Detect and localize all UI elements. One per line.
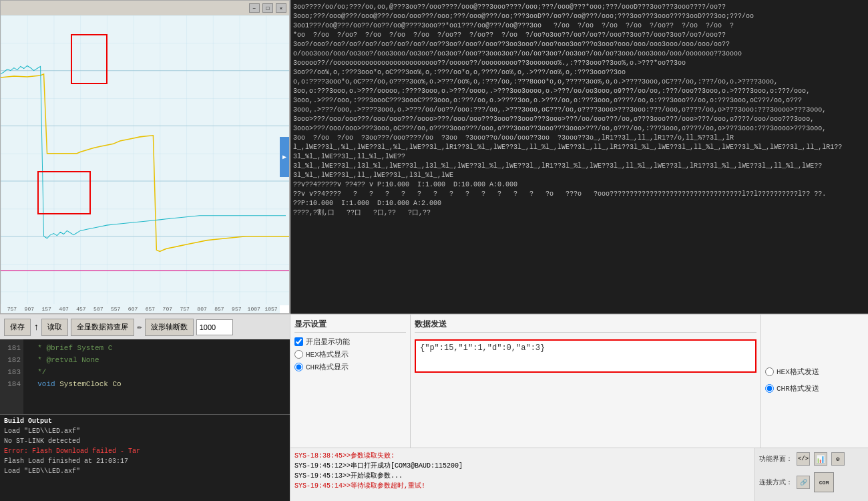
function-label: 功能界面： xyxy=(759,454,793,464)
serial-line: 3oo1???/oo@???/oo??/oo??/oo@????3ooo??*o… xyxy=(293,21,865,31)
build-line-1: Load "LED\\LED.axf" xyxy=(4,426,286,436)
build-line-4: Flash Load finished at 21:03:17 xyxy=(4,456,286,466)
com-icon[interactable]: COM xyxy=(814,472,834,492)
waveform-display xyxy=(1,15,289,305)
code-line-181: * @brief System C xyxy=(29,342,284,354)
status-log-panel: SYS-18:38:45>>参数读取失败: SYS-19:45:12>>串口打开… xyxy=(290,448,754,501)
chr-display-label: CHR格式显示 xyxy=(306,362,349,372)
serial-line: *oo ?/oo ?/oo? ?/oo ?/oo ?/oo ?/oo?? ?/o… xyxy=(293,31,865,40)
waveform-button[interactable]: 波形轴断数 xyxy=(145,319,194,336)
serial-line: 3ooo;???/ooo@???/ooo@???/ooo/ooo???/ooo;… xyxy=(293,12,865,21)
code-content: 181 182 183 184 * @brief System C * @ret… xyxy=(0,339,290,414)
serial-line: ????,?割,口 ??口 ?口,?? ?口,?? xyxy=(293,208,865,218)
function-code-icon[interactable]: </> xyxy=(797,452,810,466)
chr-send-radio[interactable] xyxy=(765,384,774,393)
oscilloscope-titlebar: − □ × xyxy=(1,1,289,15)
serial-line: ??v v??4???? ? ? ? ? ? ? ? ? ? ? ? ? ?o … xyxy=(293,190,865,199)
status-line-1: SYS-18:38:45>>参数读取失败: xyxy=(294,451,750,461)
hex-display-row: HEX格式显示 xyxy=(294,349,406,359)
send-options-panel: HEX格式发送 CHR格式发送 xyxy=(761,315,868,448)
save-button[interactable]: 保存 xyxy=(4,319,31,336)
chr-send-label: CHR格式发送 xyxy=(777,383,819,393)
right-sidebar: 功能界面： </> 📊 ⚙ 连接方式： 🔗 COM xyxy=(754,448,868,501)
hex-send-radio[interactable] xyxy=(765,367,774,376)
main-container: − □ × xyxy=(0,0,868,501)
code-lines-content: * @brief System C * @retval None */ void… xyxy=(23,339,290,414)
status-bar: SYS-18:38:45>>参数读取失败: SYS-19:45:12>>串口打开… xyxy=(290,448,868,501)
serial-line: o,o:????3ooo*o,oC???/oo,o????3oo%,o.>???… xyxy=(293,77,865,87)
minimize-button[interactable]: − xyxy=(249,3,260,13)
hex-display-radio[interactable] xyxy=(294,350,303,359)
serial-line: 3oo,o:???3ooo,o.>???/ooooo,:????3ooo,o.>… xyxy=(293,87,865,96)
build-line-3: Error: Flash Download failed - Tar xyxy=(4,446,286,456)
serial-line: 3l_%l_,lWE??3l_,l3l_%l_,lWE??3l_,l3l_%l_… xyxy=(293,162,865,180)
oscilloscope-container: − □ × xyxy=(0,0,290,314)
chr-display-radio[interactable] xyxy=(294,363,303,371)
serial-line: 3ooo>???/ooo/ooo>???3ooo,oC???/oo,o????3… xyxy=(293,124,865,134)
display-settings-title: 显示设置 xyxy=(294,319,406,333)
build-output-panel: Build Output Load "LED\\LED.axf" No ST-L… xyxy=(0,414,290,501)
upload-icon: ↑ xyxy=(33,322,39,333)
line-numbers: 181 182 183 184 xyxy=(0,339,23,414)
data-send-panel: 数据发送 {"p":15,"i":1,"d":0,"a":3} xyxy=(411,315,761,448)
code-line-184: void SystemClock Co xyxy=(29,378,284,390)
serial-line: 3ooooo??//oooooooooooooooooooooooooo??/o… xyxy=(293,59,865,68)
controls-row: 显示设置 开启显示功能 HEX格式显示 CHR格式显示 xyxy=(290,314,868,448)
pencil-icon: ✏ xyxy=(137,322,142,332)
connect-link-icon[interactable]: 🔗 xyxy=(797,476,810,489)
x-axis-labels: 757 907 157 407 457 507 557 607 657 707 … xyxy=(1,304,280,313)
read-button[interactable]: 读取 xyxy=(41,319,68,336)
svg-rect-1 xyxy=(1,15,289,305)
serial-line: 3oo????/oo/oo;???/oo,oo,@???3oo??/ooo???… xyxy=(293,3,865,12)
display-settings-panel: 显示设置 开启显示功能 HEX格式显示 CHR格式显示 xyxy=(290,315,411,448)
function-settings-icon[interactable]: ⚙ xyxy=(831,452,845,466)
serial-line: ??v??4?????v ??4?? v P:10.000 I:1.000 D:… xyxy=(293,180,865,190)
serial-line: o/ooo3ooo/ooo/oo3oo?/ooo3ooo/oo3oo?/oo3o… xyxy=(293,49,865,59)
serial-bottom: 显示设置 开启显示功能 HEX格式显示 CHR格式显示 xyxy=(290,314,868,501)
com-button[interactable]: COM xyxy=(814,472,834,492)
serial-monitor-output: 3oo????/oo/oo;???/oo,oo,@???3oo??/ooo???… xyxy=(290,0,868,314)
connect-label: 连接方式： xyxy=(759,478,793,487)
serial-line: l_,lWE??3l_,%l_,lWE??3l_,%l_,lWE??3l_,lR… xyxy=(293,143,865,162)
serial-line: 3ooo,.>???/ooo,:???3oooC???3oooC???3ooo,… xyxy=(293,96,865,106)
hex-display-label: HEX格式显示 xyxy=(306,349,349,359)
code-editor: 181 182 183 184 * @brief System C * @ret… xyxy=(0,339,290,414)
data-send-title: 数据发送 xyxy=(415,319,756,333)
scroll-right-arrow[interactable]: ▶ xyxy=(280,137,289,177)
serial-line: 3oo??/oo%,o,:???3ooo*o,oC???3oo%,o,:???/… xyxy=(293,68,865,77)
build-line-5: Load "LED\\LED.axf" xyxy=(4,466,286,476)
hex-send-row: HEX格式发送 xyxy=(765,367,864,377)
function-chart-icon[interactable]: 📊 xyxy=(814,452,827,466)
serial-line: 3ooo>???/ooo/ooo???/ooo/ooo???/oooo>???/… xyxy=(293,115,865,124)
serial-line: 3ooo,.>???/ooo,.>????3ooo,o.>???/oo/oo??… xyxy=(293,106,865,115)
serial-line: ??P:10.000 I:1.000 D:10.000 A:2.000 xyxy=(293,199,865,208)
code-line-182: * @retval None xyxy=(29,354,284,366)
serial-line: 3oo ?/oo ?/oo ?3oo???/ooo????/oo ?3oo ?3… xyxy=(293,134,865,143)
enable-display-row: 开启显示功能 xyxy=(294,337,406,347)
serial-line: 3oo?/ooo?/oo?/oo?/oo?/oo?/oo?/oo?/oo??3o… xyxy=(293,40,865,49)
chr-send-row: CHR格式发送 xyxy=(765,383,864,393)
data-send-input[interactable]: {"p":15,"i":1,"d":0,"a":3} xyxy=(415,339,756,373)
code-line-183: */ xyxy=(29,366,284,378)
chr-display-row: CHR格式显示 xyxy=(294,362,406,372)
status-line-2: SYS-19:45:12>>串口打开成功[COM3@BAUD:115200] xyxy=(294,461,750,471)
status-line-4: SYS-19:45:14>>等待读取参数超时,重试! xyxy=(294,481,750,491)
fullscreen-button[interactable]: 全显数据筛查屏 xyxy=(71,319,134,336)
enable-display-checkbox[interactable] xyxy=(294,337,303,346)
close-button[interactable]: × xyxy=(276,3,286,13)
right-panel: 3oo????/oo/oo;???/oo,oo,@???3oo??/ooo???… xyxy=(290,0,868,501)
hex-send-label: HEX格式发送 xyxy=(777,367,819,377)
build-line-2: No ST-LINK detected xyxy=(4,436,286,446)
left-panel: − □ × xyxy=(0,0,290,501)
waveform-value-input[interactable] xyxy=(196,319,233,335)
bottom-toolbar: 保存 ↑ 读取 全显数据筛查屏 ✏ 波形轴断数 xyxy=(0,314,290,339)
status-line-3: SYS-19:45:13>>开始读取参数... xyxy=(294,471,750,481)
enable-display-label: 开启显示功能 xyxy=(306,337,350,347)
build-output-title: Build Output xyxy=(4,418,286,425)
maximize-button[interactable]: □ xyxy=(262,3,273,13)
